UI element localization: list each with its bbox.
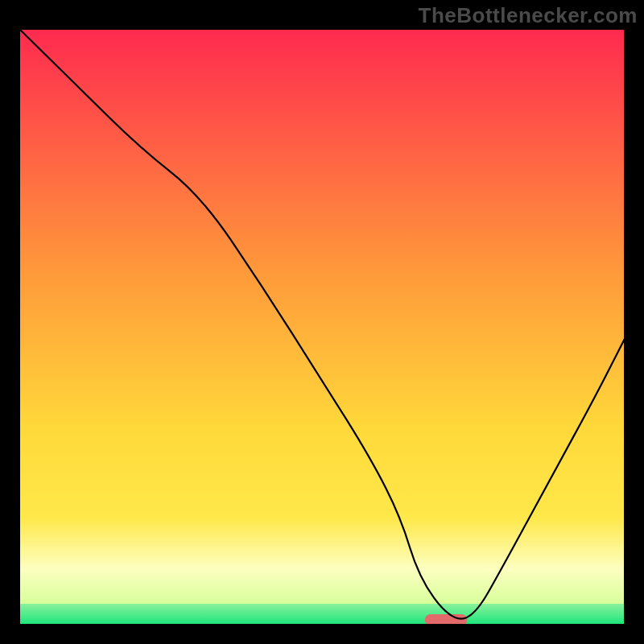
watermark-text: TheBottlenecker.com (419, 3, 638, 28)
bg-green (19, 604, 625, 625)
chart-container: TheBottlenecker.com (0, 0, 644, 644)
bottleneck-chart (19, 29, 625, 625)
bg-main (19, 29, 625, 518)
bg-haze (19, 518, 625, 604)
plot-frame (19, 29, 625, 625)
